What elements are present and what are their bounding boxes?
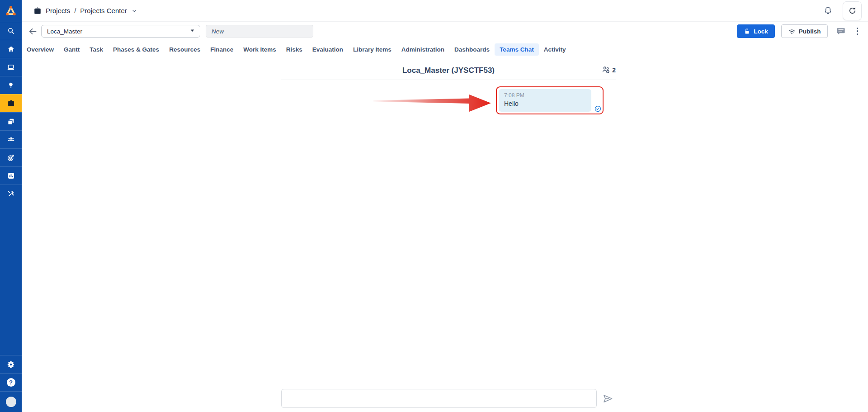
triangle-logo-icon [5, 5, 17, 17]
project-selector[interactable]: Loca_Master [41, 25, 200, 38]
chevron-down-icon [131, 8, 137, 14]
refresh-button[interactable] [843, 1, 862, 20]
project-toolbar: Loca_Master New Lock P [22, 22, 868, 41]
chat-message-input[interactable] [281, 389, 597, 408]
breadcrumb[interactable]: Projects / Projects Center [33, 7, 137, 15]
sidebar-item-search[interactable] [0, 22, 22, 40]
tab-resources[interactable]: Resources [164, 43, 205, 56]
sidebar-item-portfolios[interactable] [0, 112, 22, 130]
breadcrumb-current[interactable]: Projects Center [80, 7, 127, 14]
tab-evaluation[interactable]: Evaluation [307, 43, 348, 56]
publish-button[interactable]: Publish [781, 24, 828, 38]
sidebar-item-projects[interactable] [0, 94, 22, 112]
project-tab-bar: Overview Gantt Task Phases & Gates Resou… [22, 42, 868, 57]
tools-icon [7, 190, 15, 198]
tab-library-items[interactable]: Library Items [348, 43, 396, 56]
comments-button[interactable] [834, 24, 848, 38]
add-members-icon [602, 66, 610, 74]
app-window: ? Projects / Projects Center [0, 0, 868, 412]
sidebar-item-reports[interactable] [0, 166, 22, 185]
bar-chart-icon [7, 172, 15, 180]
message-timestamp: 7:08 PM [504, 92, 586, 99]
chat-members-button[interactable]: 2 [602, 66, 616, 74]
tab-finance[interactable]: Finance [205, 43, 238, 56]
app-logo[interactable] [0, 0, 22, 22]
target-icon [7, 154, 15, 162]
tab-overview[interactable]: Overview [22, 43, 59, 56]
chat-composer [281, 389, 616, 408]
project-status-value: New [212, 28, 224, 35]
kebab-icon [857, 28, 859, 29]
sidebar-item-ideas[interactable] [0, 76, 22, 94]
home-icon [7, 45, 15, 53]
unlock-icon [744, 28, 750, 35]
briefcase-icon [7, 99, 15, 107]
topbar: Projects / Projects Center [22, 0, 868, 22]
annotation-arrow [373, 92, 493, 115]
lock-button-label: Lock [754, 28, 768, 35]
teams-chat-panel: Loca_Master (JYSCTF53) 2 [281, 63, 616, 80]
project-selector-value: Loca_Master [47, 28, 82, 35]
more-options-button[interactable] [854, 26, 861, 37]
message-text: Hello [504, 100, 586, 107]
bell-icon [823, 6, 833, 15]
help-icon: ? [7, 378, 15, 387]
sidebar-item-profile[interactable] [0, 391, 22, 412]
caret-down-icon [189, 28, 195, 35]
tab-task[interactable]: Task [85, 43, 108, 56]
search-icon [7, 27, 15, 35]
tab-gantt[interactable]: Gantt [59, 43, 85, 56]
sidebar-item-settings[interactable] [0, 355, 22, 373]
tab-risks[interactable]: Risks [281, 43, 307, 56]
sidebar-item-strategy[interactable] [0, 148, 22, 166]
breadcrumb-separator: / [74, 7, 76, 14]
send-message-button[interactable] [602, 393, 614, 405]
briefcase-icon [33, 7, 42, 15]
send-icon [602, 393, 614, 405]
folders-icon [7, 118, 15, 126]
sidebar-item-home[interactable] [0, 40, 22, 58]
message-annotation-box: 7:08 PM Hello [496, 86, 604, 114]
chat-member-count: 2 [612, 66, 616, 74]
avatar [6, 397, 16, 407]
sidebar: ? [0, 0, 22, 412]
notifications-button[interactable] [821, 4, 835, 17]
topbar-actions [821, 1, 862, 20]
breadcrumb-root[interactable]: Projects [46, 7, 70, 14]
comment-icon [836, 26, 846, 36]
tab-activity[interactable]: Activity [539, 43, 571, 56]
laptop-icon [7, 63, 15, 71]
project-status-field[interactable]: New [206, 25, 313, 38]
team-icon [7, 135, 15, 144]
sidebar-item-admin-tools[interactable] [0, 185, 22, 203]
tab-administration[interactable]: Administration [396, 43, 449, 56]
arrow-left-icon [28, 27, 38, 36]
tab-phases-gates[interactable]: Phases & Gates [108, 43, 164, 56]
wifi-icon [788, 28, 796, 35]
tab-dashboards[interactable]: Dashboards [449, 43, 495, 56]
sidebar-spacer [0, 203, 22, 355]
lightbulb-icon [7, 82, 14, 89]
chat-message-bubble[interactable]: 7:08 PM Hello [499, 89, 591, 112]
sidebar-item-workspace[interactable] [0, 58, 22, 76]
refresh-icon [848, 6, 857, 15]
sidebar-nav [0, 22, 22, 203]
chat-divider [281, 80, 616, 80]
back-button[interactable] [27, 26, 38, 37]
tab-work-items[interactable]: Work Items [238, 43, 281, 56]
chat-header: Loca_Master (JYSCTF53) 2 [281, 63, 616, 78]
publish-button-label: Publish [799, 28, 821, 35]
lock-button[interactable]: Lock [737, 24, 775, 38]
message-read-check-icon [594, 105, 601, 112]
tab-teams-chat[interactable]: Teams Chat [495, 43, 539, 56]
chat-title: Loca_Master (JYSCTF53) [402, 66, 495, 75]
gear-icon [7, 360, 15, 369]
sidebar-item-help[interactable]: ? [0, 373, 22, 391]
sidebar-item-resources[interactable] [0, 130, 22, 148]
toolbar-actions: Lock Publish [737, 24, 861, 38]
